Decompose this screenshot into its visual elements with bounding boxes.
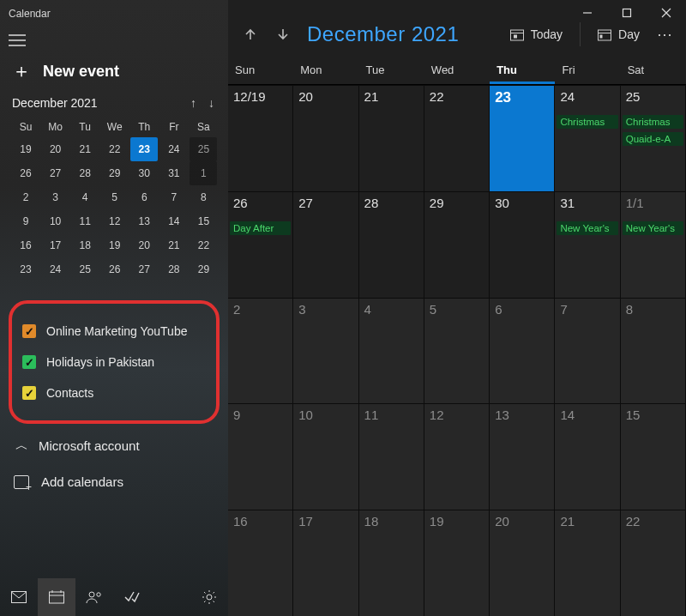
window-minimize[interactable] <box>568 0 607 26</box>
nav-calendar-button[interactable] <box>38 578 75 616</box>
calendar-checkbox-item[interactable]: ✓Online Marketing YouTube <box>21 316 208 347</box>
day-cell[interactable]: 20 <box>490 510 555 616</box>
day-cell[interactable]: 26Day After <box>228 191 293 298</box>
mini-day-cell[interactable]: 18 <box>71 233 99 257</box>
nav-mail-button[interactable] <box>0 578 38 616</box>
day-cell[interactable]: 21 <box>359 85 424 191</box>
mini-day-cell[interactable]: 16 <box>12 233 39 257</box>
event-chip[interactable]: Christmas <box>623 115 683 129</box>
mini-day-cell[interactable]: 23 <box>12 257 39 281</box>
mini-day-cell[interactable]: 21 <box>71 137 99 161</box>
day-cell[interactable]: 5 <box>424 298 490 404</box>
mini-day-cell[interactable]: 9 <box>12 209 39 233</box>
day-cell[interactable]: 14 <box>555 403 620 510</box>
mini-day-cell[interactable]: 27 <box>42 161 69 185</box>
day-cell[interactable]: 1/1New Year's <box>621 191 686 298</box>
day-cell[interactable]: 2 <box>228 298 293 404</box>
mini-day-cell[interactable]: 21 <box>160 233 188 257</box>
day-cell[interactable]: 12/19 <box>228 85 293 191</box>
day-cell[interactable]: 11 <box>359 403 424 510</box>
mini-day-cell[interactable]: 12 <box>101 209 129 233</box>
today-button[interactable]: Today <box>502 24 571 45</box>
day-cell[interactable]: 19 <box>424 510 490 616</box>
mini-day-cell[interactable]: 6 <box>130 185 158 209</box>
day-cell[interactable]: 4 <box>359 298 424 404</box>
mini-day-cell[interactable]: 13 <box>130 209 158 233</box>
mini-day-cell[interactable]: 3 <box>42 185 69 209</box>
mini-day-cell[interactable]: 20 <box>42 137 69 161</box>
mini-day-cell[interactable]: 8 <box>190 185 217 209</box>
mini-day-cell[interactable]: 22 <box>101 137 129 161</box>
mini-day-cell[interactable]: 19 <box>101 233 129 257</box>
calendar-checkbox-item[interactable]: ✓Holidays in Pakistan <box>21 347 208 377</box>
day-cell[interactable]: 29 <box>424 191 490 298</box>
day-cell[interactable]: 8 <box>621 298 686 404</box>
account-toggle[interactable]: ︿ Microsoft account <box>0 427 228 464</box>
nav-people-button[interactable] <box>75 578 113 616</box>
mini-day-cell[interactable]: 7 <box>160 185 188 209</box>
day-cell[interactable]: 15 <box>621 403 686 510</box>
mini-day-cell[interactable]: 27 <box>130 257 158 281</box>
mini-day-cell[interactable]: 28 <box>71 161 99 185</box>
mini-day-cell[interactable]: 24 <box>42 257 69 281</box>
day-cell[interactable]: 31New Year's <box>555 191 620 298</box>
mini-day-cell[interactable]: 2 <box>12 185 39 209</box>
window-maximize[interactable] <box>607 0 647 26</box>
mini-day-cell[interactable]: 1 <box>190 161 217 185</box>
month-title[interactable]: December 2021 <box>307 22 459 46</box>
mini-calendar-title[interactable]: December 2021 <box>12 96 98 110</box>
hamburger-button[interactable] <box>0 27 228 53</box>
window-close[interactable] <box>647 0 686 26</box>
event-chip[interactable]: New Year's <box>557 221 617 235</box>
mini-day-cell[interactable]: 5 <box>101 185 129 209</box>
mini-day-cell[interactable]: 29 <box>101 161 129 185</box>
mini-day-cell[interactable]: 24 <box>160 137 188 161</box>
day-cell[interactable]: 17 <box>293 510 358 616</box>
add-calendars-button[interactable]: Add calendars <box>0 464 228 499</box>
mini-day-cell[interactable]: 14 <box>160 209 188 233</box>
mini-day-cell[interactable]: 26 <box>12 161 39 185</box>
mini-day-cell[interactable]: 15 <box>190 209 217 233</box>
day-cell[interactable]: 3 <box>293 298 358 404</box>
more-button[interactable]: ⋯ <box>653 25 677 44</box>
mini-day-cell[interactable]: 25 <box>190 137 217 161</box>
day-cell[interactable]: 16 <box>228 510 293 616</box>
day-cell[interactable]: 27 <box>293 191 358 298</box>
mini-day-cell[interactable]: 23 <box>130 137 158 161</box>
mini-day-cell[interactable]: 28 <box>160 257 188 281</box>
mini-day-cell[interactable]: 31 <box>160 161 188 185</box>
event-chip[interactable]: New Year's <box>623 221 683 235</box>
mini-day-cell[interactable]: 10 <box>42 209 69 233</box>
day-cell[interactable]: 25ChristmasQuaid-e-A <box>621 85 686 191</box>
calendar-checkbox-item[interactable]: ✓Contacts <box>21 377 208 408</box>
new-event-button[interactable]: ＋ New event <box>0 53 228 93</box>
mini-day-cell[interactable]: 26 <box>101 257 129 281</box>
mini-prev-icon[interactable]: ↑ <box>190 96 196 110</box>
day-cell[interactable]: 22 <box>424 85 490 191</box>
event-chip[interactable]: Quaid-e-A <box>623 132 683 146</box>
nav-todo-button[interactable] <box>113 578 151 616</box>
day-cell[interactable]: 21 <box>555 510 620 616</box>
mini-day-cell[interactable]: 11 <box>71 209 99 233</box>
mini-day-cell[interactable]: 29 <box>190 257 217 281</box>
prev-period-button[interactable] <box>237 21 264 48</box>
mini-day-cell[interactable]: 17 <box>42 233 69 257</box>
mini-day-cell[interactable]: 4 <box>71 185 99 209</box>
view-dropdown[interactable]: Day <box>589 24 648 45</box>
event-chip[interactable]: Christmas <box>557 115 617 129</box>
mini-day-cell[interactable]: 25 <box>71 257 99 281</box>
mini-day-cell[interactable]: 20 <box>130 233 158 257</box>
next-period-button[interactable] <box>269 21 297 48</box>
day-cell[interactable]: 13 <box>490 403 555 510</box>
settings-button[interactable] <box>190 578 228 616</box>
day-cell[interactable]: 6 <box>490 298 555 404</box>
day-cell[interactable]: 7 <box>555 298 620 404</box>
day-cell[interactable]: 24Christmas <box>555 85 620 191</box>
day-cell[interactable]: 9 <box>228 403 293 510</box>
mini-day-cell[interactable]: 19 <box>12 137 39 161</box>
day-cell[interactable]: 10 <box>293 403 358 510</box>
day-cell[interactable]: 22 <box>621 510 686 616</box>
day-cell[interactable]: 18 <box>359 510 424 616</box>
day-cell[interactable]: 23 <box>490 85 555 191</box>
day-cell[interactable]: 28 <box>359 191 424 298</box>
